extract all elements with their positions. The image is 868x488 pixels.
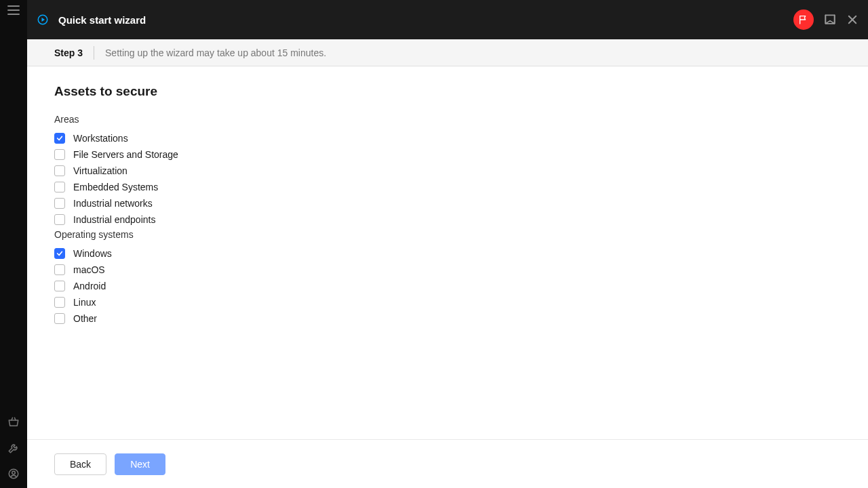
step-divider [94,46,94,60]
os-row[interactable]: Android [54,278,841,294]
wizard-icon [37,14,49,26]
account-icon[interactable] [7,468,20,480]
step-bar: Step 3 Setting up the wizard may take up… [27,39,868,66]
area-checkbox[interactable] [54,214,65,225]
page-title: Quick start wizard [58,14,146,26]
os-row[interactable]: macOS [54,262,841,278]
os-row[interactable]: Windows [54,245,841,262]
basket-icon[interactable] [7,416,20,428]
os-label: macOS [73,264,105,275]
area-label: Industrial endpoints [73,214,155,225]
header: Quick start wizard [27,0,868,39]
left-rail [0,0,27,488]
area-row[interactable]: Industrial networks [54,195,841,211]
os-row[interactable]: Linux [54,294,841,310]
area-label: Workstations [73,133,128,144]
os-label: Windows [73,248,112,259]
os-label: Android [73,281,106,291]
os-label: Other [73,313,97,324]
area-row[interactable]: Industrial endpoints [54,211,841,228]
step-subtitle: Setting up the wizard may take up about … [105,47,326,58]
areas-group-label: Areas [54,114,841,125]
area-checkbox[interactable] [54,133,65,144]
close-icon[interactable] [846,14,859,26]
back-button[interactable]: Back [54,453,106,475]
area-row[interactable]: Virtualization [54,163,841,179]
feedback-flag-button[interactable] [793,9,814,30]
area-label: File Servers and Storage [73,149,178,160]
os-checkbox[interactable] [54,248,65,259]
wrench-icon[interactable] [7,442,20,454]
menu-icon[interactable] [7,5,20,15]
step-label: Step 3 [54,47,83,58]
next-button[interactable]: Next [115,453,165,475]
area-row[interactable]: File Servers and Storage [54,146,841,163]
area-row[interactable]: Embedded Systems [54,179,841,195]
area-checkbox[interactable] [54,182,65,192]
area-label: Industrial networks [73,198,153,209]
os-group-label: Operating systems [54,229,841,240]
content: Assets to secure Areas WorkstationsFile … [27,66,868,439]
os-checkbox[interactable] [54,264,65,275]
os-checkbox[interactable] [54,281,65,291]
section-title: Assets to secure [54,84,841,99]
area-row[interactable]: Workstations [54,130,841,146]
footer: Back Next [27,439,868,488]
area-checkbox[interactable] [54,149,65,160]
os-label: Linux [73,297,96,308]
svg-point-1 [12,471,16,474]
area-checkbox[interactable] [54,198,65,209]
area-label: Embedded Systems [73,182,158,192]
os-checkbox[interactable] [54,313,65,324]
area-label: Virtualization [73,165,127,176]
os-checkbox[interactable] [54,297,65,308]
bookmark-icon[interactable] [823,13,837,26]
area-checkbox[interactable] [54,165,65,176]
os-row[interactable]: Other [54,310,841,327]
main: Quick start wizard Step 3 Setting up the… [27,0,868,488]
